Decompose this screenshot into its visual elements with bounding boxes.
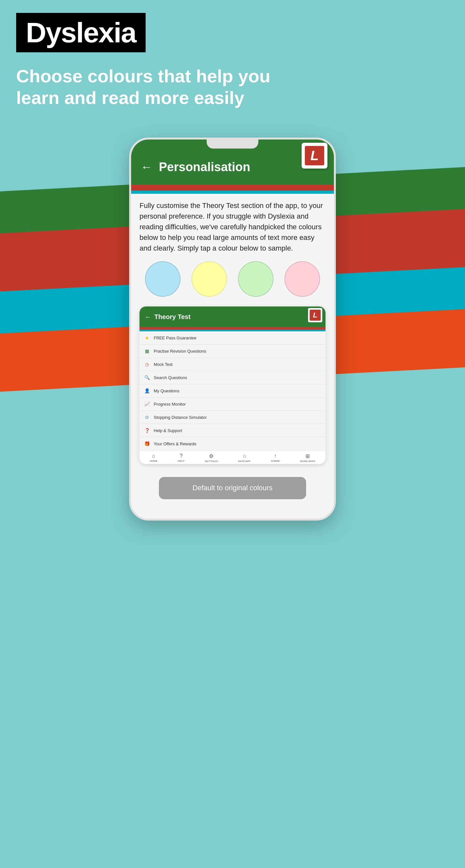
header-stripe-teal bbox=[131, 190, 334, 194]
nav-settings-label: SETTINGS bbox=[205, 460, 218, 463]
inner-back-icon[interactable]: ← bbox=[145, 313, 151, 321]
help-icon: ❓ bbox=[144, 427, 151, 434]
description-text: Fully customise the Theory Test section … bbox=[140, 200, 326, 253]
header-section: Dyslexia Choose colours that help you le… bbox=[0, 0, 465, 118]
color-circle-yellow[interactable] bbox=[191, 261, 227, 297]
gauge-icon: ⊙ bbox=[144, 414, 151, 421]
l-plate-badge: L bbox=[302, 143, 328, 168]
menu-item-help[interactable]: ❓ Help & Support bbox=[140, 424, 326, 437]
nav-more-apps-label: MORE APPS bbox=[300, 460, 315, 463]
page-subtitle: Choose colours that help you learn and r… bbox=[16, 65, 307, 108]
nav-help-label: HELP bbox=[178, 460, 184, 462]
inner-phone-screen: ← Theory Test L ★ FREE Pass Guarantee bbox=[140, 306, 326, 464]
nav-more-apps[interactable]: ⊞ MORE APPS bbox=[300, 453, 315, 463]
color-circles-container bbox=[140, 261, 326, 297]
book-icon: ▦ bbox=[144, 347, 151, 354]
color-circle-blue[interactable] bbox=[145, 261, 181, 297]
gift-icon: 🎁 bbox=[144, 440, 151, 447]
phone-notch bbox=[207, 140, 258, 149]
inner-screen-title: Theory Test bbox=[154, 313, 190, 321]
person-icon: 👤 bbox=[144, 387, 151, 394]
menu-item-offers[interactable]: 🎁 Your Offers & Rewards bbox=[140, 437, 326, 450]
menu-item-progress[interactable]: 📈 Progress Monitor bbox=[140, 398, 326, 411]
menu-label-free-pass: FREE Pass Guarantee bbox=[154, 336, 196, 340]
l-plate-inner: L bbox=[305, 146, 324, 165]
color-circle-green[interactable] bbox=[238, 261, 274, 297]
nav-home-label: HOME bbox=[150, 460, 157, 462]
settings-nav-icon: ⚙ bbox=[209, 453, 213, 459]
default-btn-label: Default to original colours bbox=[192, 484, 273, 492]
menu-item-practise[interactable]: ▦ Practise Revision Questions bbox=[140, 345, 326, 358]
app-header-title: Personalisation bbox=[159, 160, 250, 174]
inner-stripe-red bbox=[140, 327, 326, 330]
star-icon: ★ bbox=[144, 334, 151, 341]
menu-label-practise: Practise Revision Questions bbox=[154, 349, 206, 353]
nav-rate[interactable]: ☆ RATE APP bbox=[238, 453, 251, 463]
nav-settings[interactable]: ⚙ SETTINGS bbox=[205, 453, 218, 463]
chart-icon: 📈 bbox=[144, 400, 151, 407]
default-button-container: Default to original colours bbox=[140, 467, 326, 512]
l-plate-letter: L bbox=[310, 149, 319, 162]
menu-label-progress: Progress Monitor bbox=[154, 402, 186, 407]
more-apps-nav-icon: ⊞ bbox=[306, 453, 310, 459]
nav-home[interactable]: ⌂ HOME bbox=[150, 453, 157, 463]
menu-item-mock-test[interactable]: ◷ Mock Test bbox=[140, 358, 326, 371]
menu-item-my-questions[interactable]: 👤 My Questions bbox=[140, 384, 326, 398]
header-stripe-red bbox=[131, 185, 334, 190]
bottom-nav: ⌂ HOME ? HELP ⚙ SETTINGS ☆ RATE APP bbox=[140, 450, 326, 464]
rate-nav-icon: ☆ bbox=[242, 453, 247, 459]
default-colours-button[interactable]: Default to original colours bbox=[159, 477, 306, 499]
menu-item-free-pass[interactable]: ★ FREE Pass Guarantee bbox=[140, 331, 326, 345]
menu-label-offers: Your Offers & Rewards bbox=[154, 441, 196, 446]
nav-rate-label: RATE APP bbox=[238, 460, 251, 463]
menu-label-help: Help & Support bbox=[154, 428, 182, 433]
inner-l-plate-letter: L bbox=[313, 311, 317, 319]
share-nav-icon: ↑ bbox=[274, 453, 277, 459]
menu-label-my-questions: My Questions bbox=[154, 389, 179, 393]
title-box: Dyslexia bbox=[16, 13, 146, 52]
inner-l-plate: L bbox=[308, 308, 322, 322]
nav-share-label: SHARE bbox=[271, 460, 280, 462]
color-circle-pink[interactable] bbox=[284, 261, 320, 297]
menu-item-stopping[interactable]: ⊙ Stopping Distance Simulator bbox=[140, 411, 326, 424]
nav-help[interactable]: ? HELP bbox=[178, 453, 184, 463]
app-body: Fully customise the Theory Test section … bbox=[131, 194, 334, 519]
search-icon: 🔍 bbox=[144, 374, 151, 381]
menu-list: ★ FREE Pass Guarantee ▦ Practise Revisio… bbox=[140, 331, 326, 450]
menu-label-search: Search Questions bbox=[154, 375, 187, 380]
phone-container: ← Personalisation L Fully customise the … bbox=[0, 137, 465, 521]
menu-item-search[interactable]: 🔍 Search Questions bbox=[140, 371, 326, 384]
inner-l-plate-red: L bbox=[310, 310, 321, 321]
clock-icon: ◷ bbox=[144, 361, 151, 368]
home-nav-icon: ⌂ bbox=[152, 453, 155, 459]
menu-label-mock-test: Mock Test bbox=[154, 362, 173, 367]
page-title: Dyslexia bbox=[26, 16, 136, 49]
nav-share[interactable]: ↑ SHARE bbox=[271, 453, 280, 463]
phone-mockup: ← Personalisation L Fully customise the … bbox=[129, 137, 336, 521]
help-nav-icon: ? bbox=[180, 453, 182, 459]
inner-app-header: ← Theory Test L bbox=[140, 306, 326, 327]
back-arrow-icon[interactable]: ← bbox=[141, 160, 152, 174]
menu-label-stopping: Stopping Distance Simulator bbox=[154, 415, 207, 420]
